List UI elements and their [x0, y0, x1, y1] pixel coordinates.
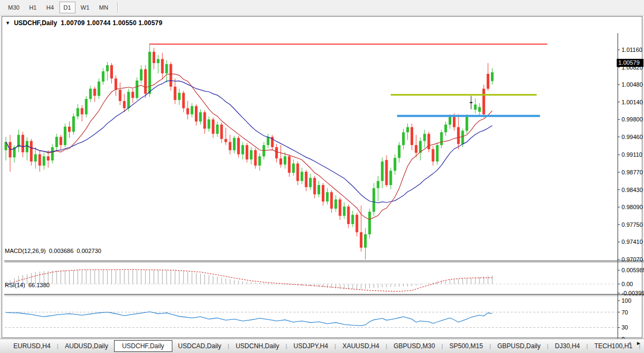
- candle-body: [453, 117, 456, 127]
- macd-name: MACD(12,26,9): [5, 248, 46, 254]
- candle-body: [237, 138, 240, 155]
- macd-axis-label: 0.005985: [622, 267, 644, 273]
- candle-body: [89, 89, 92, 99]
- rsi-name: RSI(14): [5, 282, 25, 288]
- chart-tab-usdchf-daily[interactable]: USDCHF,Daily: [114, 340, 172, 352]
- chart-tab-bar: EURUSD,H4|AUDUSD,DailyUSDCHF,DailyUSDCAD…: [0, 339, 644, 353]
- candle-body: [123, 101, 126, 108]
- candle-body: [406, 127, 409, 133]
- candle-body: [182, 93, 185, 109]
- candle-body: [351, 215, 354, 224]
- price-axis-label: 0.97070: [622, 256, 643, 263]
- candle-body: [440, 132, 443, 145]
- candle-body: [474, 105, 476, 110]
- candle-body: [34, 155, 37, 162]
- candle-body: [140, 69, 142, 80]
- candle-body: [279, 158, 282, 165]
- macd-signal-line: [6, 270, 493, 291]
- candle-body: [153, 52, 155, 63]
- candle-body: [106, 65, 109, 72]
- candle-body: [241, 145, 244, 154]
- price-axis-label: 0.97410: [622, 239, 643, 245]
- candle-body: [81, 108, 84, 114]
- candle-body: [132, 92, 134, 98]
- chart-tab-eurusd-h4[interactable]: EURUSD,H4: [7, 341, 56, 351]
- candle-body: [26, 141, 28, 152]
- timeframe-toolbar: M30H1H4D1W1MN: [0, 0, 644, 16]
- candle-body: [330, 192, 333, 209]
- chart-tab-audusd-daily[interactable]: AUDUSD,Daily: [59, 341, 114, 351]
- candle-body: [449, 117, 451, 125]
- chart-tab-usdcad-daily[interactable]: USDCAD,Daily: [172, 341, 228, 351]
- rsi-value: 66.1380: [28, 282, 50, 288]
- candle-body: [246, 145, 248, 159]
- candle-body: [72, 117, 75, 132]
- price-chart-canvas[interactable]: 1.011601.008201.004801.001400.998000.994…: [2, 17, 644, 353]
- candle-body: [161, 59, 164, 73]
- candle-body: [355, 215, 358, 233]
- candle-body: [250, 150, 253, 159]
- tab-scroll-arrows: ◄ ►: [626, 340, 641, 346]
- price-axis-label: 1.00140: [622, 99, 643, 105]
- price-axis-label: 0.97750: [622, 221, 643, 228]
- rsi-axis-label: 100: [622, 297, 631, 304]
- price-axis-label: 0.99800: [622, 116, 643, 122]
- toolbar-separator: [117, 2, 118, 13]
- candle-body: [461, 131, 464, 144]
- chart-title: ▼ USDCHF,Daily 1.00709 1.00744 1.00550 1…: [5, 19, 162, 27]
- candle-body: [148, 52, 151, 94]
- candle-body: [203, 112, 206, 129]
- candle-body: [301, 172, 304, 181]
- candle-body: [368, 212, 371, 234]
- candle-body: [85, 99, 88, 114]
- candle-body: [292, 164, 295, 173]
- candle-body: [254, 150, 257, 166]
- timeframe-button-H4[interactable]: H4: [42, 2, 58, 13]
- candle-body: [178, 93, 180, 100]
- candle-body: [229, 142, 231, 150]
- candle-body: [102, 71, 104, 81]
- candle-body: [93, 89, 96, 96]
- timeframe-button-W1[interactable]: W1: [77, 2, 94, 13]
- timeframe-button-M30[interactable]: M30: [4, 2, 24, 13]
- chart-tab-usdjpy-h4[interactable]: USDJPY,H4: [287, 341, 334, 351]
- timeframe-button-MN[interactable]: MN: [95, 2, 112, 13]
- candle-body: [43, 156, 46, 165]
- candle-body: [431, 149, 434, 162]
- candle-body: [59, 137, 62, 145]
- price-axis-label: 0.98430: [622, 187, 643, 193]
- chart-tab-dj30-h4[interactable]: DJ30,H4: [549, 341, 586, 351]
- macd-signal-value: 0.002730: [77, 248, 101, 254]
- candle-body: [216, 125, 219, 134]
- chart-symbol-label: USDCHF,Daily: [14, 19, 57, 27]
- candle-body: [30, 141, 33, 162]
- candle-body: [165, 64, 168, 73]
- chart-tab-uk[interactable]: UK: [641, 341, 644, 351]
- candle-body: [466, 117, 468, 131]
- candle-body: [51, 147, 54, 160]
- chart-tab-xauusd-h4[interactable]: XAUUSD,H4: [337, 341, 385, 351]
- scroll-tabs-left-icon[interactable]: ◄: [626, 340, 632, 346]
- candles-group: [5, 44, 494, 260]
- chart-tab-gbpusd-m30[interactable]: GBPUSD,M30: [388, 341, 441, 351]
- price-axis-label: 1.00480: [622, 81, 643, 88]
- candle-body: [174, 87, 177, 100]
- chart-tab-gbpusd-daily[interactable]: GBPUSD,Daily: [491, 341, 547, 351]
- timeframe-button-H1[interactable]: H1: [25, 2, 41, 13]
- candle-body: [55, 137, 58, 147]
- candle-body: [21, 135, 24, 152]
- candle-body: [415, 145, 418, 152]
- timeframe-button-D1[interactable]: D1: [59, 2, 75, 13]
- price-axis-label: 0.98770: [622, 169, 643, 175]
- scroll-tabs-right-icon[interactable]: ►: [636, 340, 641, 346]
- candle-body: [377, 181, 380, 188]
- candle-body: [470, 102, 473, 103]
- symbol-dropdown-icon[interactable]: ▼: [5, 20, 10, 26]
- candle-body: [428, 134, 430, 149]
- candle-body: [322, 185, 324, 202]
- candle-body: [339, 199, 342, 216]
- candle-body: [305, 172, 307, 187]
- candle-body: [284, 156, 286, 164]
- chart-tab-sp500-m15[interactable]: SP500,M15: [443, 341, 489, 351]
- chart-tab-usdcnh-daily[interactable]: USDCNH,Daily: [230, 341, 285, 351]
